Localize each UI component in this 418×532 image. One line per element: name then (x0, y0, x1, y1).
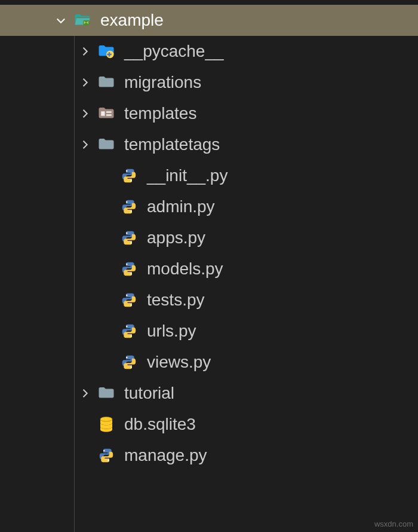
tree-item-label: db.sqlite3 (124, 409, 196, 440)
indent-guide (74, 36, 75, 532)
svg-point-5 (126, 170, 128, 172)
chevron-down-icon (54, 13, 68, 27)
chevron-right-icon (78, 106, 92, 121)
tree-item-label: tests.py (147, 285, 204, 316)
database-icon (97, 415, 116, 434)
tree-item-label: migrations (124, 67, 201, 98)
svg-point-11 (126, 264, 128, 265)
tree-item-label: __pycache__ (124, 36, 224, 67)
tree-folder-tutorial[interactable]: tutorial (0, 378, 418, 409)
svg-point-22 (108, 460, 110, 461)
svg-point-6 (131, 180, 133, 182)
tree-file-models[interactable]: models.py (0, 253, 418, 285)
svg-rect-4 (106, 114, 112, 116)
folder-open-icon (73, 11, 92, 30)
python-file-icon (119, 291, 139, 310)
tree-file-init[interactable]: __init__.py (0, 160, 418, 191)
tree-folder-templates[interactable]: templates (0, 98, 418, 129)
tree-folder-pycache[interactable]: __pycache__ (0, 36, 418, 67)
tree-item-label: __init__.py (147, 160, 228, 191)
tree-file-manage[interactable]: manage.py (0, 440, 418, 471)
python-file-icon (119, 197, 139, 216)
chevron-right-icon (78, 386, 92, 400)
tree-item-label: example (100, 5, 164, 36)
python-file-icon (119, 353, 139, 372)
chevron-right-icon (78, 137, 92, 152)
file-tree: example __pycache__ migrations (0, 0, 418, 471)
svg-rect-3 (106, 111, 112, 113)
svg-point-16 (131, 335, 133, 337)
folder-templates-icon (97, 104, 116, 123)
tree-item-label: admin.py (147, 191, 215, 222)
tree-item-label: models.py (147, 253, 223, 285)
tree-folder-migrations[interactable]: migrations (0, 67, 418, 98)
tree-file-db-sqlite3[interactable]: db.sqlite3 (0, 409, 418, 440)
svg-point-10 (131, 242, 133, 244)
tree-item-label: tutorial (124, 378, 174, 409)
python-file-icon (119, 166, 139, 185)
python-file-icon (119, 228, 139, 247)
svg-point-14 (131, 304, 133, 306)
tree-item-label: manage.py (124, 440, 207, 471)
svg-point-17 (126, 357, 128, 359)
python-file-icon (119, 259, 139, 279)
chevron-right-icon (78, 44, 92, 59)
tree-file-views[interactable]: views.py (0, 347, 418, 378)
tree-file-apps[interactable]: apps.py (0, 222, 418, 253)
svg-point-21 (103, 450, 105, 452)
svg-point-18 (131, 366, 133, 368)
svg-point-12 (131, 273, 133, 275)
tree-item-label: apps.py (147, 222, 205, 253)
folder-icon (97, 384, 116, 403)
tree-folder-example[interactable]: example (0, 5, 418, 36)
python-file-icon (97, 446, 116, 465)
svg-point-8 (131, 211, 133, 213)
svg-point-13 (126, 295, 128, 296)
tree-item-label: urls.py (147, 316, 196, 347)
folder-python-icon (97, 42, 116, 61)
svg-point-15 (126, 326, 128, 328)
python-file-icon (119, 322, 139, 341)
folder-icon (97, 135, 116, 154)
svg-point-9 (126, 233, 128, 234)
watermark: wsxdn.com (374, 519, 413, 528)
tree-item-label: views.py (147, 347, 211, 378)
chevron-right-icon (78, 75, 92, 90)
tree-folder-templatetags[interactable]: templatetags (0, 129, 418, 160)
tree-file-urls[interactable]: urls.py (0, 316, 418, 347)
tree-item-label: templates (124, 98, 196, 129)
svg-rect-2 (101, 111, 105, 116)
tree-file-tests[interactable]: tests.py (0, 285, 418, 316)
tree-item-label: templatetags (124, 129, 220, 160)
tree-file-admin[interactable]: admin.py (0, 191, 418, 222)
svg-point-7 (126, 201, 128, 203)
folder-icon (97, 73, 116, 92)
